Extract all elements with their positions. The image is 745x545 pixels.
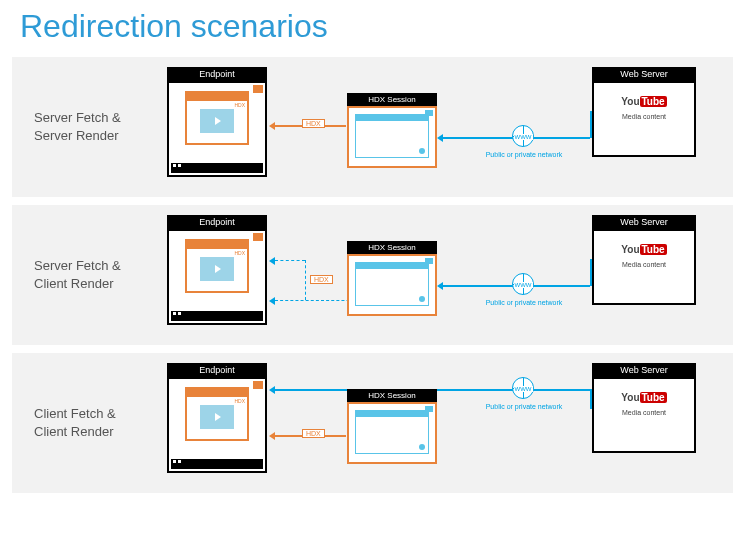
youtube-logo-icon: YouTube — [621, 91, 666, 109]
endpoint-box: Endpoint HDX — [167, 67, 267, 177]
browser-window-icon: HDX — [185, 91, 249, 145]
scenario-client-fetch-client-render: Client Fetch & Client Render Endpoint HD… — [12, 353, 733, 493]
hdx-session-box: HDX Session — [347, 241, 437, 316]
hdx-session-header: HDX Session — [347, 389, 437, 402]
page-title: Redirection scenarios — [0, 0, 745, 49]
media-content-label: Media content — [598, 261, 690, 269]
scenario-server-fetch-client-render: Server Fetch & Client Render Endpoint HD… — [12, 205, 733, 345]
scenario-label: Server Fetch & Server Render — [34, 109, 144, 144]
scenario-label: Client Fetch & Client Render — [34, 405, 144, 440]
scenario-label: Server Fetch & Client Render — [34, 257, 144, 292]
globe-icon: WWW — [512, 125, 534, 147]
globe-icon: WWW — [512, 273, 534, 295]
hdx-badge: HDX — [302, 119, 325, 128]
hdx-session-header: HDX Session — [347, 241, 437, 254]
endpoint-header: Endpoint — [167, 67, 267, 81]
browser-window-icon: HDX — [185, 387, 249, 441]
youtube-logo-icon: YouTube — [621, 387, 666, 405]
endpoint-box: Endpoint HDX — [167, 363, 267, 473]
endpoint-header: Endpoint — [167, 215, 267, 229]
video-thumbnail-icon — [200, 109, 234, 133]
endpoint-header: Endpoint — [167, 363, 267, 377]
video-thumbnail-icon — [200, 405, 234, 429]
network-label: Public or private network — [484, 403, 564, 411]
browser-window-icon: HDX — [185, 239, 249, 293]
media-content-label: Media content — [598, 409, 690, 417]
hdx-session-box: HDX Session — [347, 93, 437, 168]
dashed-line-top — [275, 260, 305, 261]
web-server-box: Web Server YouTube Media content — [592, 215, 696, 305]
web-server-box: Web Server YouTube Media content — [592, 363, 696, 453]
dashed-arrowhead — [269, 257, 275, 265]
endpoint-box: Endpoint HDX — [167, 215, 267, 325]
youtube-logo-icon: YouTube — [621, 239, 666, 257]
hdx-badge: HDX — [302, 429, 325, 438]
video-thumbnail-icon — [200, 257, 234, 281]
network-label: Public or private network — [484, 151, 564, 159]
web-server-header: Web Server — [592, 363, 696, 377]
hdx-session-header: HDX Session — [347, 93, 437, 106]
scenario-server-fetch-server-render: Server Fetch & Server Render Endpoint HD… — [12, 57, 733, 197]
web-server-header: Web Server — [592, 67, 696, 81]
web-server-header: Web Server — [592, 215, 696, 229]
web-server-box: Web Server YouTube Media content — [592, 67, 696, 157]
hdx-session-box: HDX Session — [347, 389, 437, 464]
globe-icon: WWW — [512, 377, 534, 399]
network-label: Public or private network — [484, 299, 564, 307]
hdx-badge: HDX — [310, 275, 333, 284]
media-content-label: Media content — [598, 113, 690, 121]
